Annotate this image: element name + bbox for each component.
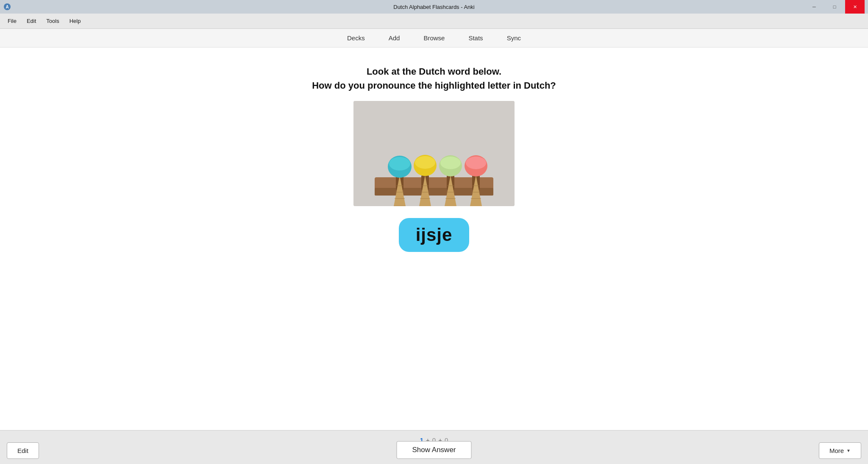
title-bar-left: A bbox=[3, 3, 11, 11]
more-label: More bbox=[829, 447, 844, 454]
toolbar: Decks Add Browse Stats Sync bbox=[0, 29, 868, 48]
bottom-bar: 1 + 0 + 0 Edit Show Answer More ▼ bbox=[0, 430, 868, 464]
window-controls: ─ □ ✕ bbox=[804, 0, 865, 14]
card-question: Look at the Dutch word below. How do you… bbox=[312, 64, 556, 92]
maximize-button[interactable]: □ bbox=[825, 0, 844, 14]
show-answer-button[interactable]: Show Answer bbox=[397, 441, 472, 459]
menu-help[interactable]: Help bbox=[65, 16, 85, 26]
menu-file[interactable]: File bbox=[3, 16, 21, 26]
title-bar: A Dutch Alphabet Flashcards - Anki ─ □ ✕ bbox=[0, 0, 868, 14]
ice-cream-illustration bbox=[353, 101, 515, 206]
nav-decks[interactable]: Decks bbox=[342, 32, 370, 44]
question-line2: How do you pronounce the highlighted let… bbox=[312, 78, 556, 92]
menu-tools[interactable]: Tools bbox=[42, 16, 63, 26]
close-button[interactable]: ✕ bbox=[845, 0, 865, 14]
nav-browse[interactable]: Browse bbox=[418, 32, 450, 44]
main-content: Look at the Dutch word below. How do you… bbox=[0, 48, 868, 430]
question-line1: Look at the Dutch word below. bbox=[312, 64, 556, 78]
svg-point-21 bbox=[415, 156, 435, 169]
card-image bbox=[353, 101, 515, 206]
app-icon: A bbox=[3, 3, 11, 11]
svg-point-27 bbox=[440, 157, 461, 169]
nav-stats[interactable]: Stats bbox=[463, 32, 488, 44]
word-badge: ijsje bbox=[399, 218, 470, 252]
edit-button[interactable]: Edit bbox=[7, 442, 39, 459]
minimize-button[interactable]: ─ bbox=[804, 0, 824, 14]
svg-point-33 bbox=[466, 157, 486, 169]
menu-edit[interactable]: Edit bbox=[22, 16, 40, 26]
svg-point-15 bbox=[389, 157, 410, 171]
more-triangle-icon: ▼ bbox=[846, 448, 851, 453]
nav-sync[interactable]: Sync bbox=[502, 32, 526, 44]
nav-add[interactable]: Add bbox=[384, 32, 405, 44]
window-title: Dutch Alphabet Flashcards - Anki bbox=[393, 4, 475, 10]
svg-text:A: A bbox=[6, 5, 8, 9]
menu-bar: File Edit Tools Help bbox=[0, 14, 868, 29]
more-button[interactable]: More ▼ bbox=[819, 442, 861, 459]
